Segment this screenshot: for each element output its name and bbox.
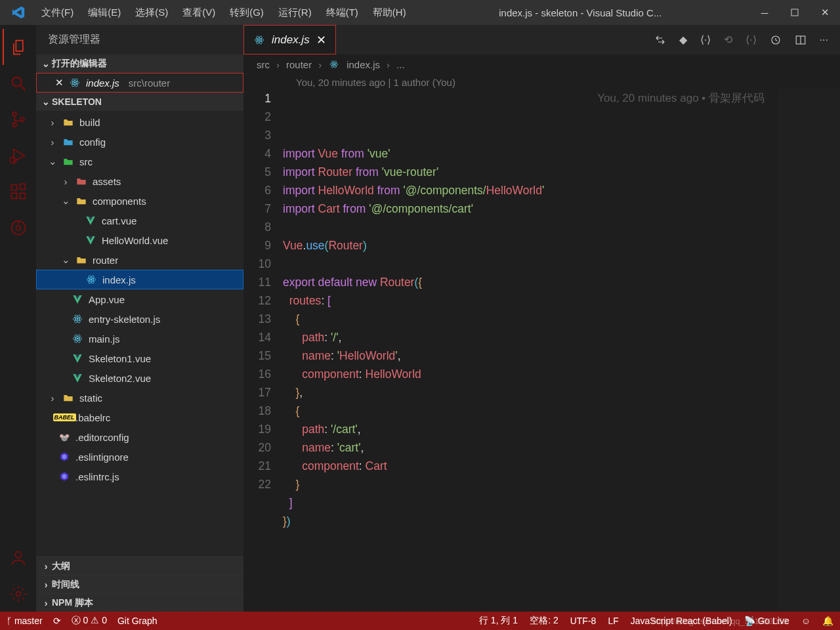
code-editor[interactable]: 12345678910111213141516171819202122 You,… bbox=[243, 89, 840, 612]
menu-help[interactable]: 帮助(H) bbox=[368, 7, 411, 19]
tree-item[interactable]: BABEL.babelrc bbox=[36, 408, 243, 427]
open-editors-section[interactable]: ⌄打开的编辑器 bbox=[36, 54, 243, 73]
window-maximize-icon[interactable] bbox=[780, 0, 810, 25]
close-icon[interactable]: ✕ bbox=[316, 33, 326, 47]
folder-icon bbox=[62, 136, 74, 148]
menu-file[interactable]: 文件(F) bbox=[36, 7, 79, 19]
folder-icon bbox=[62, 116, 74, 128]
svg-point-20 bbox=[91, 279, 93, 281]
vue-icon bbox=[85, 215, 96, 226]
nav-icon[interactable]: ◆ bbox=[679, 33, 687, 46]
explorer-sidebar: 资源管理器 ⌄打开的编辑器 ✕ index.js src\router ⌄SKE… bbox=[36, 25, 243, 612]
tree-item[interactable]: App.vue bbox=[36, 289, 243, 309]
tree-item-label: static bbox=[79, 392, 102, 404]
tree-item[interactable]: ›build bbox=[36, 112, 243, 132]
compare-icon[interactable] bbox=[654, 34, 666, 46]
window-minimize-icon[interactable]: ─ bbox=[749, 0, 780, 25]
revision-icon[interactable]: ⟲ bbox=[724, 33, 732, 46]
minimap[interactable] bbox=[778, 89, 840, 612]
close-icon[interactable]: ✕ bbox=[55, 77, 64, 89]
tree-item[interactable]: cart.vue bbox=[36, 211, 243, 230]
outline-section[interactable]: ›大纲 bbox=[36, 556, 243, 575]
folder-icon bbox=[62, 156, 74, 167]
tree-item-label: cart.vue bbox=[102, 215, 136, 226]
gitlens-icon[interactable] bbox=[3, 209, 34, 245]
npm-scripts-section[interactable]: ›NPM 脚本 bbox=[36, 593, 243, 612]
tree-item[interactable]: ›static bbox=[36, 388, 243, 408]
encoding[interactable]: UTF-8 bbox=[570, 616, 597, 626]
menu-go[interactable]: 转到(G) bbox=[224, 7, 269, 19]
code-lines[interactable]: You, 20 minutes ago • 骨架屏代码 import Vue f… bbox=[283, 89, 778, 612]
tree-item[interactable]: ›assets bbox=[36, 171, 243, 191]
vue-icon bbox=[72, 293, 83, 305]
tree-item[interactable]: ›config bbox=[36, 132, 243, 152]
window-close-icon[interactable]: ✕ bbox=[810, 0, 840, 25]
breadcrumb[interactable]: src› router› index.js› ... bbox=[243, 54, 840, 74]
menu-view[interactable]: 查看(V) bbox=[177, 7, 220, 19]
indentation[interactable]: 空格: 2 bbox=[530, 615, 558, 627]
folder-icon bbox=[62, 392, 74, 404]
tree-item[interactable]: ⌄components bbox=[36, 191, 243, 211]
tree-item[interactable]: Skeleton2.vue bbox=[36, 368, 243, 388]
svg-rect-8 bbox=[11, 193, 16, 198]
sync-icon[interactable]: ⟳ bbox=[53, 616, 61, 626]
svg-point-28 bbox=[77, 338, 79, 340]
svg-rect-10 bbox=[20, 184, 25, 189]
activity-bar bbox=[0, 25, 36, 612]
settings-gear-icon[interactable] bbox=[3, 576, 34, 612]
tree-item[interactable]: entry-skeleton.js bbox=[36, 309, 243, 329]
tree-item[interactable]: 🐭.editorconfig bbox=[36, 427, 243, 447]
svg-point-16 bbox=[74, 82, 76, 84]
tree-item[interactable]: index.js bbox=[36, 270, 243, 289]
explorer-icon[interactable] bbox=[3, 29, 34, 65]
notifications-icon[interactable]: 🔔 bbox=[822, 616, 833, 626]
git-branch[interactable]: ᚶ master bbox=[7, 616, 43, 626]
git-graph-button[interactable]: Git Graph bbox=[117, 616, 158, 626]
svg-point-12 bbox=[16, 225, 20, 230]
menu-edit[interactable]: 编辑(E) bbox=[83, 7, 126, 19]
run-debug-icon[interactable] bbox=[3, 137, 34, 173]
menu-terminal[interactable]: 终端(T) bbox=[321, 7, 364, 19]
account-icon[interactable] bbox=[3, 539, 34, 576]
split-editor-icon[interactable] bbox=[795, 34, 807, 46]
tree-item[interactable]: Skeleton1.vue bbox=[36, 348, 243, 368]
feedback-icon[interactable]: ☺ bbox=[801, 616, 810, 626]
tree-item[interactable]: .eslintrc.js bbox=[36, 467, 243, 486]
tree-item[interactable]: ⌄src bbox=[36, 152, 243, 171]
tree-item-label: main.js bbox=[89, 333, 120, 345]
cursor-position[interactable]: 行 1, 列 1 bbox=[479, 615, 518, 627]
tab-index-js[interactable]: index.js ✕ bbox=[243, 25, 336, 54]
sidebar-header: 资源管理器 bbox=[36, 25, 243, 54]
tree-item-label: entry-skeleton.js bbox=[89, 314, 160, 325]
svg-line-2 bbox=[20, 85, 25, 90]
search-icon[interactable] bbox=[3, 65, 34, 101]
svg-point-14 bbox=[15, 551, 21, 557]
history-icon[interactable] bbox=[770, 34, 782, 46]
tree-item[interactable]: HelloWorld.vue bbox=[36, 230, 243, 250]
tree-item[interactable]: main.js bbox=[36, 329, 243, 348]
tab-label: index.js bbox=[272, 33, 310, 47]
vue-icon bbox=[85, 234, 96, 246]
react-icon bbox=[72, 333, 83, 345]
svg-point-15 bbox=[16, 591, 20, 596]
svg-point-3 bbox=[12, 112, 16, 116]
more-icon[interactable]: ··· bbox=[820, 34, 828, 46]
prev-change-icon[interactable]: ⟨·⟩ bbox=[700, 33, 711, 46]
react-icon bbox=[328, 58, 340, 70]
open-editor-item[interactable]: ✕ index.js src\router bbox=[36, 73, 243, 93]
next-change-icon[interactable]: ⟨·⟩ bbox=[746, 33, 756, 46]
project-section[interactable]: ⌄SKELETON bbox=[36, 93, 243, 111]
extensions-icon[interactable] bbox=[3, 173, 34, 209]
tree-item[interactable]: .eslintignore bbox=[36, 447, 243, 467]
source-control-icon[interactable] bbox=[3, 101, 34, 137]
tree-item[interactable]: ⌄router bbox=[36, 250, 243, 270]
tree-item-label: .eslintignore bbox=[75, 452, 129, 463]
menu-run[interactable]: 运行(R) bbox=[273, 7, 317, 19]
tree-item-label: src bbox=[79, 156, 93, 167]
timeline-section[interactable]: ›时间线 bbox=[36, 575, 243, 593]
eol[interactable]: LF bbox=[608, 616, 618, 626]
problems[interactable]: ⓧ 0 ⚠ 0 bbox=[72, 615, 107, 627]
menu-selection[interactable]: 选择(S) bbox=[130, 7, 173, 19]
svg-point-6 bbox=[10, 157, 16, 163]
folder-icon bbox=[75, 175, 87, 187]
